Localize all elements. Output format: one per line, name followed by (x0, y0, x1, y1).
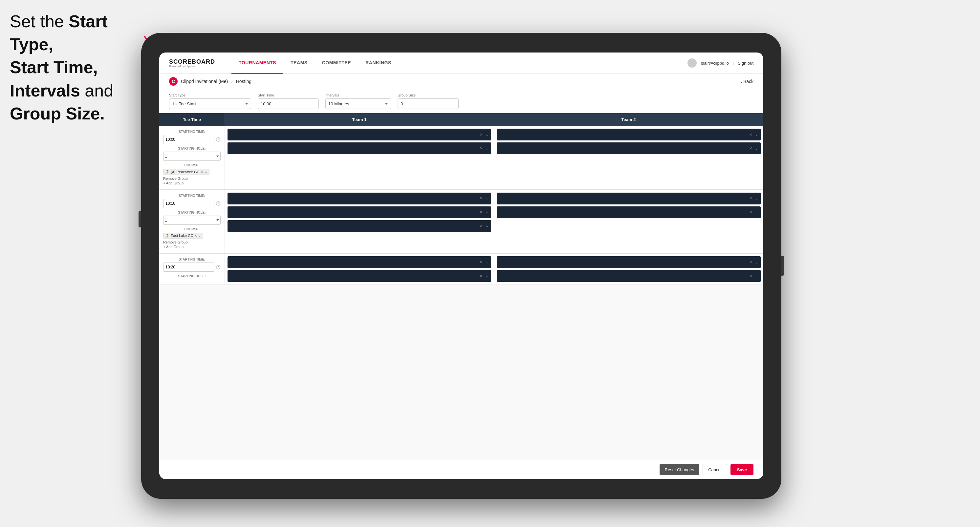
action-bar: Reset Changes Cancel Save (159, 460, 763, 479)
player-x-btn-6-2[interactable]: ✕ (748, 273, 753, 279)
intervals-select[interactable]: 10 Minutes (325, 98, 391, 109)
start-time-label: Start Time (258, 93, 319, 97)
starting-time-input-1[interactable] (163, 135, 215, 144)
tee-time-col-2: STARTING TIME: 🕐 STARTING HOLE: 1 COURSE… (159, 190, 225, 253)
intervals-label: Intervals (325, 93, 391, 97)
table-header: Tee Time Team 1 Team 2 (159, 113, 763, 126)
start-time-input[interactable] (258, 98, 319, 109)
breadcrumb: Clippd Invitational (Me) › Hosting (181, 79, 251, 84)
player-x-btn-6-1[interactable]: ✕ (748, 260, 753, 265)
course-tag-2: 🏌 East Lake GC ✕ ⌄ (163, 233, 203, 238)
player-row-1-1: ✕ ⌄ (228, 129, 491, 140)
player-expand-5-1[interactable]: ⌄ (485, 260, 488, 265)
tab-rankings[interactable]: RANKINGS (358, 52, 399, 74)
instruction-line4: and (80, 81, 113, 100)
reset-changes-button[interactable]: Reset Changes (660, 464, 700, 475)
starting-hole-select-1[interactable]: 1 (163, 152, 221, 161)
player-row-2-2: ✕ ⌄ (497, 143, 761, 154)
tee-group-1: STARTING TIME: 🕐 STARTING HOLE: 1 COURSE… (159, 126, 763, 190)
player-expand-6-2[interactable]: ⌄ (755, 274, 758, 278)
clock-icon-1: 🕐 (216, 137, 221, 142)
user-email: blair@clippd.io (701, 61, 729, 66)
instruction-line2: Start Time, (10, 58, 98, 77)
player-x-btn-3-3[interactable]: ✕ (478, 224, 484, 229)
player-row-5-1: ✕ ⌄ (228, 256, 491, 268)
player-x-btn-3-2[interactable]: ✕ (478, 210, 484, 215)
player-x-btn-1-2[interactable]: ✕ (478, 146, 484, 151)
player-expand-1-1[interactable]: ⌄ (485, 133, 488, 137)
team2-col-3: ✕ ⌄ ✕ ⌄ (494, 254, 763, 284)
course-label-2: COURSE: (163, 227, 221, 231)
starting-time-input-row-1: 🕐 (163, 135, 221, 144)
player-x-btn-4-1[interactable]: ✕ (748, 196, 753, 201)
team1-col-3: ✕ ⌄ ✕ ⌄ (225, 254, 494, 284)
starting-time-label-3: STARTING TIME: (163, 257, 221, 261)
player-row-6-1: ✕ ⌄ (497, 256, 761, 268)
save-button[interactable]: Save (730, 464, 754, 475)
course-icon-1: 🏌 (165, 170, 169, 174)
user-avatar (687, 59, 697, 68)
starting-hole-select-2[interactable]: 1 (163, 216, 221, 225)
logo-text: SCOREBOARD (169, 59, 215, 65)
group-size-input[interactable] (398, 98, 459, 109)
course-expand-1[interactable]: ⌄ (205, 170, 207, 174)
player-expand-3-1[interactable]: ⌄ (485, 196, 488, 200)
player-expand-4-1[interactable]: ⌄ (755, 196, 758, 200)
instruction-line5: Group Size. (10, 104, 105, 123)
add-group-link-2[interactable]: + Add Group (163, 244, 221, 249)
back-button[interactable]: Back (740, 79, 754, 84)
remove-group-link-2[interactable]: Remove Group (163, 240, 221, 244)
starting-time-label-2: STARTING TIME: (163, 194, 221, 198)
player-expand-2-1[interactable]: ⌄ (755, 133, 758, 137)
tournament-name: Clippd Invitational (Me) (181, 79, 228, 84)
player-row-3-3: ✕ ⌄ (228, 220, 491, 232)
add-group-link-1[interactable]: + Add Group (163, 181, 221, 186)
tee-time-header: Tee Time (159, 113, 225, 126)
tab-teams[interactable]: TEAMS (283, 52, 315, 74)
course-remove-x-2[interactable]: ✕ (194, 234, 197, 238)
player-expand-3-3[interactable]: ⌄ (485, 224, 488, 228)
player-expand-1-2[interactable]: ⌄ (485, 146, 488, 151)
player-x-btn-5-2[interactable]: ✕ (478, 273, 484, 279)
player-expand-4-2[interactable]: ⌄ (755, 210, 758, 214)
pipe-separator: | (733, 61, 734, 66)
starting-time-input-row-3: 🕐 (163, 262, 221, 272)
course-name-2: East Lake GC (171, 233, 193, 238)
player-x-btn-2-1[interactable]: ✕ (748, 132, 753, 137)
remove-group-link-1[interactable]: Remove Group (163, 176, 221, 181)
player-x-btn-1-1[interactable]: ✕ (478, 132, 484, 137)
starting-time-input-3[interactable] (163, 262, 215, 272)
starting-time-input-row-2: 🕐 (163, 199, 221, 208)
nav-tabs: TOURNAMENTS TEAMS COMMITTEE RANKINGS (231, 52, 687, 74)
sub-header: C Clippd Invitational (Me) › Hosting Bac… (159, 74, 763, 89)
player-x-btn-4-2[interactable]: ✕ (748, 210, 753, 215)
sign-out-link[interactable]: Sign out (738, 61, 754, 66)
tab-tournaments[interactable]: TOURNAMENTS (231, 52, 283, 74)
hosting-label: Hosting (236, 79, 251, 84)
player-expand-5-2[interactable]: ⌄ (485, 274, 488, 278)
start-type-group: Start Type 1st Tee Start (169, 93, 251, 109)
course-expand-2[interactable]: ⌄ (198, 234, 201, 238)
tee-time-col-1: STARTING TIME: 🕐 STARTING HOLE: 1 COURSE… (159, 126, 225, 189)
player-expand-6-1[interactable]: ⌄ (755, 260, 758, 265)
cancel-button[interactable]: Cancel (703, 464, 727, 475)
tab-committee[interactable]: COMMITTEE (315, 52, 358, 74)
player-row-5-2: ✕ ⌄ (228, 270, 491, 282)
player-expand-2-2[interactable]: ⌄ (755, 146, 758, 151)
player-x-btn-5-1[interactable]: ✕ (478, 260, 484, 265)
logo-area: SCOREBOARD Powered by clipp.io (169, 59, 215, 68)
starting-time-input-2[interactable] (163, 199, 215, 208)
team1-col-1: ✕ ⌄ ✕ ⌄ (225, 126, 494, 189)
team2-col-2: ✕ ⌄ ✕ ⌄ (494, 190, 763, 253)
nav-user: blair@clippd.io | Sign out (687, 59, 754, 68)
player-row-4-2: ✕ ⌄ (497, 206, 761, 218)
course-remove-x-1[interactable]: ✕ (200, 170, 203, 174)
start-type-select[interactable]: 1st Tee Start (169, 98, 251, 109)
group-size-label: Group Size (398, 93, 459, 97)
player-x-btn-3-1[interactable]: ✕ (478, 196, 484, 201)
player-x-btn-2-2[interactable]: ✕ (748, 146, 753, 151)
tablet-screen: SCOREBOARD Powered by clipp.io TOURNAMEN… (159, 52, 763, 479)
player-expand-3-2[interactable]: ⌄ (485, 210, 488, 214)
course-icon-2: 🏌 (165, 234, 169, 238)
course-name-1: (A) Peachtree GC (171, 170, 199, 174)
